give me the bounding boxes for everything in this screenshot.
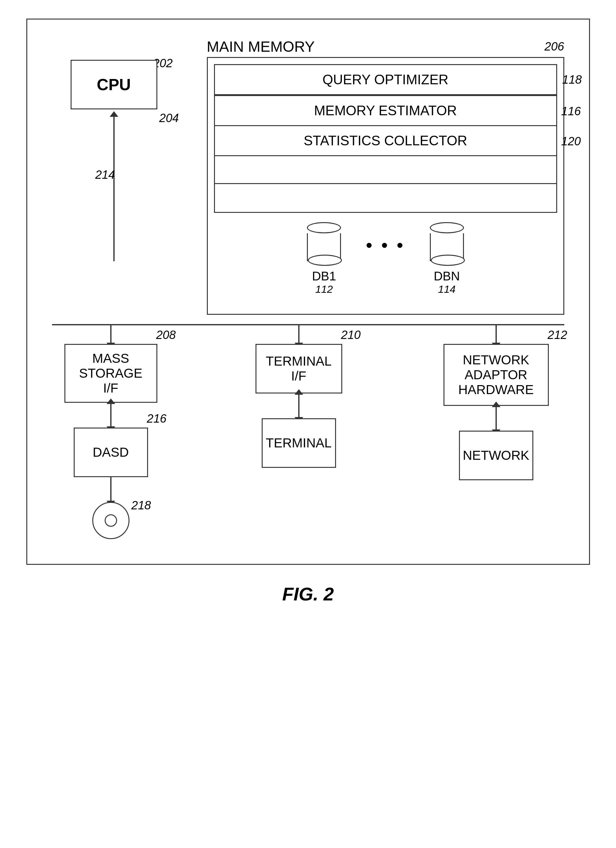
dasd-label: DASD (93, 445, 129, 460)
mass-storage-box: MASS STORAGE I/F (64, 344, 157, 403)
cpu-label: CPU (97, 75, 131, 94)
network-arrow-both (496, 406, 497, 431)
terminal-arrow-down (298, 325, 299, 344)
network-arrow-down (496, 325, 497, 344)
cpu-vertical-line (113, 137, 115, 261)
ref-112: 112 (315, 283, 333, 295)
main-memory-box: QUERY OPTIMIZER 118 MEMORY ESTIMATOR 116 (207, 57, 564, 315)
dbn-item: DBN 114 (430, 222, 464, 295)
db1-top (307, 222, 341, 233)
ref-120: 120 (561, 135, 581, 148)
empty-box-2 (215, 184, 556, 212)
cpu-box: CPU 204 (71, 60, 157, 110)
ref-204: 204 (159, 111, 179, 125)
main-memory-column: MAIN MEMORY 206 QUERY OPTIMIZER 118 (207, 38, 564, 315)
dbn-label: DBN (434, 269, 460, 283)
horizontal-bus-line (52, 324, 564, 325)
network-adaptor-wrapper: NETWORK ADAPTOR HARDWARE 212 (443, 344, 549, 406)
terminal-label: TERMINAL (266, 436, 332, 451)
db1-body (307, 233, 341, 261)
network-adaptor-label: NETWORK ADAPTOR HARDWARE (451, 353, 542, 397)
dbn-bottom (431, 255, 465, 266)
main-memory-title: MAIN MEMORY (207, 38, 315, 55)
ref-206: 206 (545, 40, 564, 53)
ref-116: 116 (561, 104, 581, 118)
disk-icon (92, 502, 129, 539)
mass-storage-arrow-down (110, 325, 111, 344)
ref-118: 118 (562, 73, 582, 86)
cpu-column: 202 CPU 204 214 (52, 38, 176, 262)
dasd-arrow-down (110, 477, 111, 502)
bottom-section: MASS STORAGE I/F 208 DASD 216 (52, 325, 564, 539)
inner-boxes: MEMORY ESTIMATOR 116 STATISTICS COLLECTO… (214, 95, 557, 213)
disk-wrapper: 218 (92, 502, 129, 539)
terminal-if-wrapper: TERMINAL I/F 210 (256, 344, 342, 393)
network-label: NETWORK (463, 448, 529, 463)
ref-208: 208 (156, 328, 176, 342)
diagram-container: 202 CPU 204 214 (26, 19, 590, 605)
network-box: NETWORK (459, 431, 533, 480)
terminal-if-label: TERMINAL I/F (263, 354, 335, 384)
db1-item: DB1 112 (307, 222, 341, 295)
cpu-arrow-up (113, 116, 115, 137)
query-optimizer-label: QUERY OPTIMIZER (323, 72, 449, 87)
db-area: DB1 112 • • • (214, 222, 557, 301)
empty-box-1 (215, 156, 556, 184)
ref-114: 114 (438, 283, 456, 295)
mass-storage-box-wrapper: MASS STORAGE I/F 208 (64, 344, 157, 403)
db1-cylinder (307, 222, 341, 262)
ref-218: 218 (131, 499, 151, 512)
dbn-top (430, 222, 464, 233)
dbn-body (430, 233, 464, 261)
db-dots: • • • (366, 222, 405, 256)
horizontal-bus-area: MASS STORAGE I/F 208 DASD 216 (52, 324, 564, 539)
memory-estimator-label: MEMORY ESTIMATOR (314, 103, 457, 118)
dasd-box: DASD (74, 428, 148, 477)
outer-box: 202 CPU 204 214 (26, 19, 590, 565)
mass-storage-label: MASS STORAGE I/F (71, 351, 150, 396)
terminal-column: TERMINAL I/F 210 TERMINAL (240, 325, 358, 468)
query-optimizer-box: QUERY OPTIMIZER (214, 64, 557, 95)
db1-label: DB1 (312, 269, 336, 283)
dasd-wrapper: DASD 216 (74, 428, 148, 477)
mass-storage-column: MASS STORAGE I/F 208 DASD 216 (52, 325, 170, 539)
ref-214-area: 214 (89, 168, 176, 182)
dbn-cylinder (430, 222, 464, 262)
ref-216: 216 (147, 412, 166, 425)
memory-estimator-box: MEMORY ESTIMATOR (215, 96, 556, 126)
db1-bottom (308, 255, 342, 266)
fig-caption: FIG. 2 (26, 583, 590, 605)
statistics-collector-label: STATISTICS COLLECTOR (304, 133, 467, 148)
terminal-box: TERMINAL (262, 418, 336, 468)
terminal-if-box: TERMINAL I/F (256, 344, 342, 393)
network-adaptor-box: NETWORK ADAPTOR HARDWARE (443, 344, 549, 406)
ref-210: 210 (341, 328, 360, 342)
ref-214: 214 (95, 168, 115, 181)
ref-212: 212 (548, 328, 567, 342)
terminal-arrow-both (298, 393, 299, 418)
disk-inner-circle (105, 514, 117, 527)
statistics-collector-box: STATISTICS COLLECTOR (215, 126, 556, 156)
network-column: NETWORK ADAPTOR HARDWARE 212 NETWORK (428, 325, 564, 480)
mass-storage-arrow-both (110, 403, 111, 428)
